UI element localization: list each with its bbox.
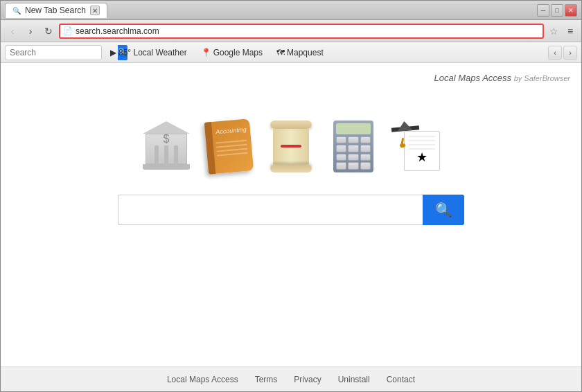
navigation-toolbar: ‹ › ↻ 📄 ☆ ≡ (1, 20, 581, 42)
scroll-icon-container (263, 118, 319, 174)
browser-window: 🔍 New Tab Search ✕ ─ □ ✕ ‹ › ↻ 📄 ☆ ≡ 🔍 (0, 0, 582, 392)
close-button[interactable]: ✕ (565, 4, 577, 17)
mapquest-icon: 🗺 (276, 48, 285, 57)
bookmark-item-maps[interactable]: 📍 Google Maps (195, 46, 268, 59)
bank-body: $ (146, 134, 187, 164)
titlebar: 🔍 New Tab Search ✕ ─ □ ✕ (1, 1, 581, 20)
calc-btn-5 (348, 145, 358, 152)
footer: Local Maps Access Terms Privacy Uninstal… (1, 366, 581, 391)
graduation-icon: ★ (391, 121, 440, 171)
book-spine (204, 122, 215, 175)
main-content: Local Maps Access by SaferBrowser $ (1, 63, 581, 366)
center-search-icon: 🔍 (435, 202, 452, 218)
footer-link-local-maps[interactable]: Local Maps Access (167, 375, 238, 384)
calc-btn-3 (360, 136, 371, 144)
footer-link-privacy[interactable]: Privacy (294, 375, 321, 384)
maximize-button[interactable]: □ (551, 4, 563, 17)
bookmark-item-mapquest[interactable]: 🗺 Mapquest (271, 46, 329, 59)
brand-name: Local Maps Access (434, 73, 512, 83)
icons-row: $ Accounting (139, 118, 443, 174)
address-bar: 📄 (59, 24, 544, 39)
bookmarks-next-button[interactable]: › (563, 46, 577, 60)
scroll-body (273, 129, 309, 164)
bookmarks-bar: 🔍 ▶ 85° Local Weather 📍 Google Maps 🗺 Ma… (1, 42, 581, 63)
search-box: 🔍 (5, 45, 102, 60)
calculator-icon (333, 121, 373, 172)
scroll-top-roll (270, 121, 312, 129)
footer-link-contact[interactable]: Contact (387, 375, 415, 384)
bookmarks-navigation: ‹ › (548, 46, 577, 60)
diploma-stamp: ★ (416, 150, 427, 165)
window-controls: ─ □ ✕ (537, 4, 577, 17)
back-button[interactable]: ‹ (5, 24, 20, 39)
calc-btn-11 (348, 162, 358, 170)
footer-link-terms[interactable]: Terms (255, 375, 278, 384)
footer-link-uninstall[interactable]: Uninstall (338, 375, 370, 384)
bank-base (143, 164, 190, 170)
chrome-menu-button[interactable]: ≡ (563, 24, 577, 38)
calc-btn-6 (360, 145, 371, 152)
bookmark-star-button[interactable]: ☆ (547, 24, 561, 38)
tab-title: New Tab Search (25, 6, 86, 15)
maps-icon: 📍 (201, 48, 211, 57)
bookmark-item-weather[interactable]: ▶ 85° Local Weather (105, 46, 193, 59)
brand-tagline: Local Maps Access by SaferBrowser (434, 73, 570, 83)
search-input[interactable] (6, 48, 118, 57)
calc-btn-9 (360, 154, 371, 161)
bank-columns (155, 145, 178, 165)
bookmarks-prev-button[interactable]: ‹ (548, 46, 562, 60)
page-icon: 📄 (63, 26, 73, 35)
calc-btn-8 (348, 154, 358, 161)
tab-icon: 🔍 (12, 7, 21, 15)
address-input[interactable] (76, 26, 540, 36)
calc-btn-1 (336, 136, 346, 144)
bank-icon: $ (143, 121, 190, 171)
bookmark-label-maps: Google Maps (213, 48, 263, 57)
center-search-bar: 🔍 (118, 195, 464, 225)
brand-by: by SaferBrowser (514, 74, 570, 82)
center-search-input[interactable] (118, 195, 423, 225)
scroll-icon (267, 121, 315, 172)
bank-icon-container: $ (139, 118, 194, 174)
calc-btn-4 (336, 145, 346, 152)
calc-btn-7 (336, 154, 346, 161)
tab-close-button[interactable]: ✕ (90, 6, 100, 15)
calculator-icon-container (326, 118, 381, 174)
book-lines (215, 139, 248, 156)
scroll-bottom-roll (270, 164, 312, 172)
bank-roof (143, 121, 190, 134)
book-icon: Accounting (204, 118, 253, 174)
weather-icon: ▶ (110, 48, 116, 57)
refresh-button[interactable]: ↻ (41, 24, 56, 39)
graduation-icon-container: ★ (388, 118, 443, 174)
minimize-button[interactable]: ─ (537, 4, 549, 17)
forward-button[interactable]: › (23, 24, 38, 39)
calc-btn-10 (336, 162, 346, 170)
calc-btn-2 (348, 136, 358, 144)
calc-btn-12 (360, 162, 371, 170)
book-title: Accounting (214, 125, 247, 135)
calc-screen (336, 123, 371, 134)
bookmark-label-mapquest: Mapquest (287, 48, 324, 57)
graduation-cap (391, 121, 419, 148)
calc-buttons (336, 136, 371, 170)
bookmark-label-weather: 85° Local Weather (118, 48, 187, 57)
center-search-button[interactable]: 🔍 (423, 195, 464, 225)
scroll-ribbon (281, 145, 301, 148)
browser-tab[interactable]: 🔍 New Tab Search ✕ (5, 3, 107, 18)
tassel-end (400, 143, 405, 148)
book-icon-container: Accounting (201, 118, 256, 174)
